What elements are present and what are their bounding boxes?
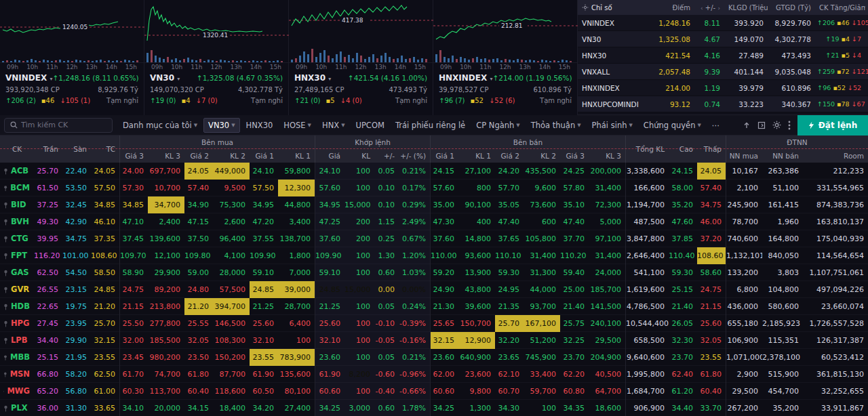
- cell-b1p[interactable]: 59.10: [250, 264, 278, 281]
- pin-icon[interactable]: [3, 304, 8, 310]
- chart-index-name[interactable]: HNXINDEX ▾: [439, 73, 492, 83]
- cell-b1p[interactable]: 34.95: [250, 196, 278, 213]
- chart-index-name[interactable]: VN30 ▾: [150, 73, 180, 83]
- stock-row-HDB[interactable]: HDB22.6519.7521.2021.15213,80021.20394,7…: [0, 298, 868, 315]
- cell-low[interactable]: 33.70: [697, 400, 726, 416]
- cell-s1p[interactable]: 25.65: [430, 315, 458, 332]
- cell-b2p[interactable]: 25.55: [184, 315, 213, 332]
- cell-b3p[interactable]: 25.50: [119, 315, 148, 332]
- cell-low[interactable]: 25.60: [697, 315, 726, 332]
- cell-s1p[interactable]: 110.00: [430, 247, 458, 264]
- stock-row-BCM[interactable]: BCM61.5053.5057.5057.3010,70057.409,5005…: [0, 180, 868, 196]
- ticker-symbol[interactable]: BVH: [11, 213, 29, 230]
- cell-b1p[interactable]: 47.20: [250, 213, 278, 230]
- cell-high[interactable]: 26.05: [669, 315, 697, 332]
- cell-high[interactable]: 59.30: [669, 264, 697, 281]
- pin-icon[interactable]: [3, 168, 8, 175]
- stock-row-FPT[interactable]: FPT116.20101.00108.60109.7012,100109.804…: [0, 247, 868, 264]
- cell-tran[interactable]: 36.00: [34, 400, 62, 416]
- index-row-HNX30[interactable]: HNX30 421.54 4.16 27.489 473.493 ↑21▪5↓4: [578, 47, 868, 64]
- cell-san[interactable]: 23.15: [62, 281, 91, 298]
- cell-tran[interactable]: 49.30: [34, 213, 62, 230]
- index-row-HNXUPCOMINDI[interactable]: HNXUPCOMINDI 93.12 0.74 33.223 340.367 ↑…: [578, 96, 868, 112]
- cell-s2p[interactable]: 62.10: [495, 366, 524, 383]
- cell-s1p[interactable]: 62.00: [430, 366, 458, 383]
- cell-b3p[interactable]: 37.45: [119, 230, 148, 247]
- cell-s1p[interactable]: 60.60: [430, 383, 458, 400]
- ticker-symbol[interactable]: FPT: [11, 247, 27, 264]
- ticker-symbol[interactable]: MSN: [10, 366, 30, 383]
- cell-san[interactable]: 19.75: [62, 298, 91, 315]
- cell-tc[interactable]: 21.20: [91, 298, 119, 315]
- cell-s1p[interactable]: 21.30: [430, 298, 458, 315]
- cell-high[interactable]: 32.30: [669, 332, 697, 349]
- cell-san[interactable]: 22.40: [62, 163, 91, 180]
- cell-s1p[interactable]: 24.15: [430, 163, 458, 180]
- cell-high[interactable]: 61.20: [669, 383, 697, 400]
- ticker-symbol[interactable]: BID: [11, 196, 26, 213]
- cell-low[interactable]: 34.75: [697, 196, 726, 213]
- cell-tran[interactable]: 66.80: [34, 366, 62, 383]
- cell-s2p[interactable]: 25.70: [495, 315, 524, 332]
- cell-high[interactable]: 35.20: [669, 196, 697, 213]
- cell-low[interactable]: 61.80: [697, 366, 726, 383]
- cell-tc[interactable]: 62.50: [91, 366, 119, 383]
- cell-mp[interactable]: 47.25: [315, 213, 344, 230]
- index-row-HNXINDEX[interactable]: HNXINDEX 214.00 1.19 39.979 610.896 ↑96▪…: [578, 80, 868, 96]
- stock-row-CTG[interactable]: CTG39.9534.7537.3537.45139,60037.5096,40…: [0, 230, 868, 247]
- cell-b3p[interactable]: 24.75: [119, 281, 148, 298]
- cell-tran[interactable]: 27.45: [34, 315, 62, 332]
- menu-item-hose[interactable]: HOSE▼: [279, 118, 316, 133]
- menu-item-⋯[interactable]: ⋯: [707, 118, 725, 133]
- cell-tc[interactable]: 58.50: [91, 264, 119, 281]
- cell-s3p[interactable]: 37.70: [560, 230, 589, 247]
- cell-tran[interactable]: 25.70: [34, 163, 62, 180]
- index-row-VN30[interactable]: VN30 1,325.08 4.67 149.070 4,302.778 ↑19…: [578, 31, 868, 47]
- cell-mp[interactable]: 23.60: [315, 349, 344, 366]
- cell-s1p[interactable]: 59.20: [430, 264, 458, 281]
- cell-low[interactable]: 46.00: [697, 213, 726, 230]
- cell-tc[interactable]: 34.85: [91, 196, 119, 213]
- stock-row-MSN[interactable]: MSN66.8058.2062.5061.7074,70061.8087,700…: [0, 366, 868, 383]
- cell-san[interactable]: 21.95: [62, 349, 91, 366]
- menu-item-danh-mục-của-tôi[interactable]: Danh mục của tôi▼: [118, 118, 202, 133]
- menu-item-hnx30[interactable]: HNX30: [241, 118, 278, 133]
- cell-high[interactable]: 110.40: [669, 247, 697, 264]
- cell-b2p[interactable]: 34.15: [184, 400, 213, 416]
- ticker-symbol[interactable]: BCM: [10, 180, 30, 196]
- cell-s1p[interactable]: 34.25: [430, 400, 458, 416]
- pin-icon[interactable]: [3, 270, 8, 276]
- cell-tran[interactable]: 116.20: [34, 247, 62, 264]
- cell-b3p[interactable]: 24.00: [119, 163, 148, 180]
- cell-b3p[interactable]: 57.30: [119, 180, 148, 196]
- pin-icon[interactable]: [3, 320, 8, 327]
- menu-item-hnx[interactable]: HNX▼: [317, 118, 350, 133]
- stock-row-MBB[interactable]: MBB25.1521.9523.5523.45980,20023.50150,2…: [0, 349, 868, 366]
- cell-b3p[interactable]: 23.45: [119, 349, 148, 366]
- cell-tran[interactable]: 26.55: [34, 281, 62, 298]
- col-change[interactable]: ‹ +/- ›: [694, 4, 724, 12]
- stock-row-HPG[interactable]: HPG27.4523.9525.7025.50277,80025.55146,5…: [0, 315, 868, 332]
- ticker-symbol[interactable]: ACB: [11, 163, 28, 180]
- cell-san[interactable]: 34.75: [62, 230, 91, 247]
- cell-b2p[interactable]: 24.80: [184, 281, 213, 298]
- cell-s3p[interactable]: 62.20: [560, 366, 589, 383]
- ticker-symbol[interactable]: PLX: [11, 400, 28, 416]
- cell-b3p[interactable]: 34.85: [119, 196, 148, 213]
- cell-mp[interactable]: 61.90: [315, 366, 344, 383]
- ticker-symbol[interactable]: MWG: [7, 383, 30, 400]
- stock-row-MWG[interactable]: MWG65.2056.8061.0060.30113,70060.40118,6…: [0, 383, 868, 400]
- cell-s3p[interactable]: 24.25: [560, 163, 589, 180]
- cell-s2p[interactable]: 21.35: [495, 298, 524, 315]
- cell-tc[interactable]: 23.55: [91, 349, 119, 366]
- index-row-VNXALL[interactable]: VNXALL 2,057.48 9.39 401.144 9,035.048 ↑…: [578, 64, 868, 80]
- cell-b1p[interactable]: 23.55: [250, 349, 278, 366]
- cell-s2p[interactable]: 57.70: [495, 180, 524, 196]
- cell-b1p[interactable]: 37.55: [250, 230, 278, 247]
- cell-mp[interactable]: 32.10: [315, 332, 344, 349]
- cell-low[interactable]: 24.75: [697, 281, 726, 298]
- cell-s2p[interactable]: 32.20: [495, 332, 524, 349]
- expand-icon[interactable]: [757, 121, 766, 129]
- ticker-symbol[interactable]: CTG: [11, 230, 28, 247]
- cell-s1p[interactable]: 57.60: [430, 180, 458, 196]
